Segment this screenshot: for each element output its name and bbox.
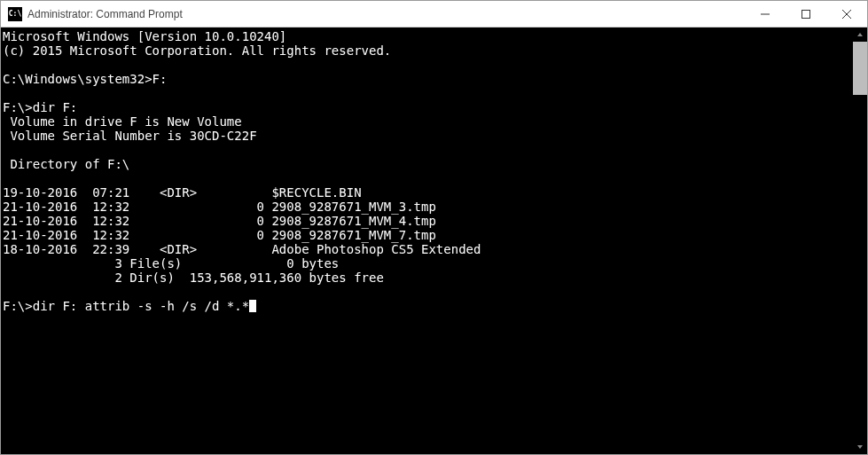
terminal-line: Microsoft Windows [Version 10.0.10240] bbox=[3, 29, 286, 43]
terminal-line: Directory of F:\ bbox=[3, 157, 129, 171]
chevron-up-icon bbox=[856, 31, 864, 38]
terminal-line: F:\>dir F: bbox=[3, 100, 77, 114]
terminal-line: 21-10-2016 12:32 0 2908_9287671_MVM_4.tm… bbox=[3, 214, 436, 228]
scroll-thumb[interactable] bbox=[853, 42, 867, 95]
terminal-container: Microsoft Windows [Version 10.0.10240] (… bbox=[1, 27, 867, 454]
close-button[interactable] bbox=[826, 1, 867, 27]
svg-marker-4 bbox=[857, 33, 863, 36]
minimize-button[interactable] bbox=[745, 1, 786, 27]
terminal-line: Volume in drive F is New Volume bbox=[3, 114, 242, 129]
terminal-line: 19-10-2016 07:21 <DIR> $RECYCLE.BIN bbox=[3, 185, 362, 200]
close-icon bbox=[842, 10, 851, 19]
terminal-line: 21-10-2016 12:32 0 2908_9287671_MVM_7.tm… bbox=[3, 228, 436, 242]
terminal-line: C:\Windows\system32>F: bbox=[3, 72, 167, 86]
terminal-line: F:\>dir F: attrib -s -h /s /d *.* bbox=[3, 299, 249, 313]
cmd-icon: C:\ bbox=[8, 7, 22, 21]
window-controls bbox=[745, 1, 867, 27]
terminal-line: (c) 2015 Microsoft Corporation. All righ… bbox=[3, 43, 391, 58]
svg-marker-5 bbox=[857, 445, 863, 449]
minimize-icon bbox=[761, 10, 770, 19]
window-titlebar: C:\ Administrator: Command Prompt bbox=[1, 1, 867, 27]
window-title: Administrator: Command Prompt bbox=[27, 8, 745, 20]
svg-rect-1 bbox=[802, 10, 810, 18]
terminal-line: 3 File(s) 0 bytes bbox=[3, 256, 339, 271]
cmd-icon-text: C:\ bbox=[9, 10, 21, 18]
maximize-icon bbox=[802, 10, 810, 19]
terminal-line: 21-10-2016 12:32 0 2908_9287671_MVM_3.tm… bbox=[3, 200, 436, 214]
cursor bbox=[249, 300, 256, 312]
chevron-down-icon bbox=[856, 443, 864, 451]
terminal-line: Volume Serial Number is 30CD-C22F bbox=[3, 129, 257, 143]
scroll-down-button[interactable] bbox=[853, 440, 867, 454]
maximize-button[interactable] bbox=[786, 1, 826, 27]
scroll-up-button[interactable] bbox=[853, 27, 867, 42]
terminal-line: 2 Dir(s) 153,568,911,360 bytes free bbox=[3, 271, 384, 285]
scrollbar[interactable] bbox=[853, 27, 867, 454]
terminal-line: 18-10-2016 22:39 <DIR> Adobe Photoshop C… bbox=[3, 242, 481, 256]
terminal-output[interactable]: Microsoft Windows [Version 10.0.10240] (… bbox=[1, 27, 853, 454]
